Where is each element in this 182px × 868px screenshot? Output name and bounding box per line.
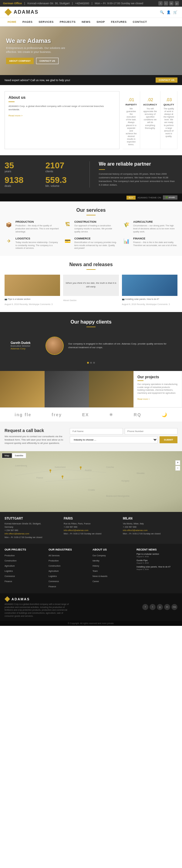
footer-twitter-icon[interactable]: t xyxy=(150,604,156,610)
linkedin-icon[interactable]: in xyxy=(169,1,174,5)
svg-text:Austria: Austria xyxy=(85,469,92,471)
service-finance-label: FINANCE xyxy=(133,237,177,240)
footer-link-logistics[interactable]: Logistics xyxy=(5,570,13,572)
footer-link-commerce[interactable]: Commerce xyxy=(5,575,15,577)
contact-us-hero-button[interactable]: CONTACT US xyxy=(36,58,59,64)
service-select[interactable]: Industry to choose ... Production Constr… xyxy=(70,436,158,443)
footer-link-ind-logistics[interactable]: Logistics xyxy=(48,575,57,577)
map-zoom-out[interactable]: − xyxy=(175,466,180,471)
nav-home[interactable]: HOME xyxy=(5,18,20,26)
footer-copyright: © Copyright. All rights reserved and mor… xyxy=(0,621,182,626)
dot-3[interactable] xyxy=(93,362,95,364)
counter-deals: 9138 deals xyxy=(5,176,42,187)
footer-logo-icon xyxy=(5,596,10,602)
office-stuttgart-email[interactable]: info-office1@adamas.com xyxy=(5,533,29,535)
commerce-icon: 💳 xyxy=(63,237,72,246)
nav-news[interactable]: NEWS xyxy=(79,18,94,26)
stat-quality-num: .03 xyxy=(163,94,174,103)
svg-text:Switzerland: Switzerland xyxy=(54,466,66,468)
svg-text:Bosnia and Herzegovina: Bosnia and Herzegovina xyxy=(106,495,129,497)
twitter-icon[interactable]: t xyxy=(164,1,168,5)
footer-link-team[interactable]: Team xyxy=(93,570,98,572)
svg-line-1 xyxy=(61,469,106,472)
envato-button[interactable]: 🌿 envato xyxy=(163,195,177,199)
footer-link-news-awards[interactable]: News & Awards xyxy=(93,575,107,577)
partner-6: 🌙 xyxy=(162,412,168,417)
logo-icon xyxy=(5,8,12,16)
office-milan-email[interactable]: info-office3@adamas.com xyxy=(123,529,147,531)
office-milan-city: Milan xyxy=(123,517,177,520)
counter-deals-label: deals xyxy=(5,184,42,187)
cart-icon[interactable]: 🛒 xyxy=(173,10,177,14)
footer-link-ind-production[interactable]: Production xyxy=(48,560,59,562)
counter-clients: 2107 clients xyxy=(45,161,83,173)
footer-link-finance[interactable]: Finance xyxy=(5,580,12,582)
reliable-text: Commercial history of company lasts 35 y… xyxy=(99,172,178,187)
footer-link-ind-construction[interactable]: Construction xyxy=(48,565,60,567)
facebook-icon[interactable]: f xyxy=(158,1,162,5)
partner-5: RQ xyxy=(134,412,141,417)
submit-button[interactable]: SUBMIT xyxy=(159,436,177,443)
phone-input[interactable] xyxy=(125,428,178,434)
dot-1[interactable] xyxy=(87,362,89,364)
office-stuttgart-phone: + 234 567 890 xyxy=(5,529,59,532)
dot-2[interactable] xyxy=(90,362,92,364)
footer-link-ind-agriculture[interactable]: Agriculture xyxy=(48,570,59,572)
footer-facebook-icon[interactable]: f xyxy=(142,604,148,610)
footer-link-all-services[interactable]: All Services xyxy=(48,555,60,557)
about-box: About us ADAMAS Corp. a global diversifi… xyxy=(5,91,119,149)
stat-quality-desc: The quality of work is always at the hig… xyxy=(163,107,174,137)
pinterest-icon[interactable]: p xyxy=(175,1,179,5)
partners-section: ing fle frey EX ✳ RQ 🌙 xyxy=(0,407,182,422)
footer-link-our-company[interactable]: Our Company xyxy=(93,555,106,557)
footer-link-history[interactable]: History xyxy=(93,565,99,567)
map-lines: France Switzerland Austria Czechia Slova… xyxy=(0,451,182,512)
nav-contact[interactable]: CONTACT xyxy=(130,18,150,26)
nav-shop[interactable]: SHOP xyxy=(94,18,108,26)
project-img-2 xyxy=(45,371,89,407)
footer-link-ind-finance[interactable]: Finance xyxy=(48,585,56,588)
about-description: ADAMAS Corp. a global diversified compan… xyxy=(8,104,116,111)
client-company: Adamas Corp xyxy=(11,347,41,350)
footer-social: f t g in rss xyxy=(142,604,177,610)
office-paris-email[interactable]: info-office2@adamas.com xyxy=(64,529,88,531)
project-read-more[interactable]: Read more > xyxy=(137,398,150,400)
footer-col-industries: OUR INDUSTRIES All Services Production C… xyxy=(48,548,89,589)
nav-projects[interactable]: PROJECTS xyxy=(57,18,79,26)
footer-link-identity[interactable]: Identity xyxy=(93,560,100,562)
full-name-input[interactable] xyxy=(70,428,123,434)
news-item-1: 📷 Pipe is a tubular section August 6, 20… xyxy=(5,275,60,306)
footer-google-icon[interactable]: g xyxy=(157,604,163,610)
footer-rss-icon[interactable]: rss xyxy=(171,604,177,610)
footer-link-career[interactable]: Career xyxy=(93,580,99,582)
production-icon: 📦 xyxy=(5,220,13,229)
separator2: | xyxy=(72,2,72,5)
svg-text:Croatia: Croatia xyxy=(88,489,95,491)
footer-link-ind-commerce[interactable]: Commerce xyxy=(48,580,59,582)
footer-col-about-list: Our Company Identity History Team News &… xyxy=(93,553,134,583)
news-item-2: When you think it's too late, the truth … xyxy=(63,275,119,306)
contact-banner-button[interactable]: CONTACT US xyxy=(156,78,177,83)
footer-link-agriculture[interactable]: Agriculture xyxy=(5,565,14,567)
nav-features[interactable]: FEATURES xyxy=(108,18,130,26)
form-info: Request a call back We recommend you to … xyxy=(5,428,65,445)
nav-services[interactable]: SERVICES xyxy=(35,18,57,26)
footer-link-production[interactable]: Production xyxy=(5,555,14,557)
search-icon[interactable]: 🔍 xyxy=(160,10,164,14)
offices-section: Stuttgart Konrad-Adenauer-Straße 30, Stu… xyxy=(0,512,182,544)
user-icon[interactable]: 👤 xyxy=(167,10,171,14)
footer-linkedin-icon[interactable]: in xyxy=(164,604,170,610)
form-row-2: Industry to choose ... Production Constr… xyxy=(70,436,177,443)
services-grid: 📦 PRODUCTION Production – the study of t… xyxy=(5,220,177,250)
about-company-button[interactable]: ABOUT COMPANY xyxy=(6,58,34,64)
map-tab-map[interactable]: Map xyxy=(2,453,12,458)
nav-pages[interactable]: PAGES xyxy=(20,18,35,26)
stat-accuracy-label: ACCURACY xyxy=(143,103,157,106)
top-bar-left: German Office | Konrad-Adenauer-Str. 30,… xyxy=(3,2,143,5)
buy-button[interactable]: BUY xyxy=(126,196,136,199)
map-tab-satellite[interactable]: Satellite xyxy=(12,453,26,458)
map-zoom-in[interactable]: + xyxy=(175,460,180,465)
about-read-more[interactable]: Read more > xyxy=(8,114,23,117)
logo[interactable]: ADAMAS xyxy=(5,8,39,16)
footer-link-construction[interactable]: Construction xyxy=(5,560,16,562)
